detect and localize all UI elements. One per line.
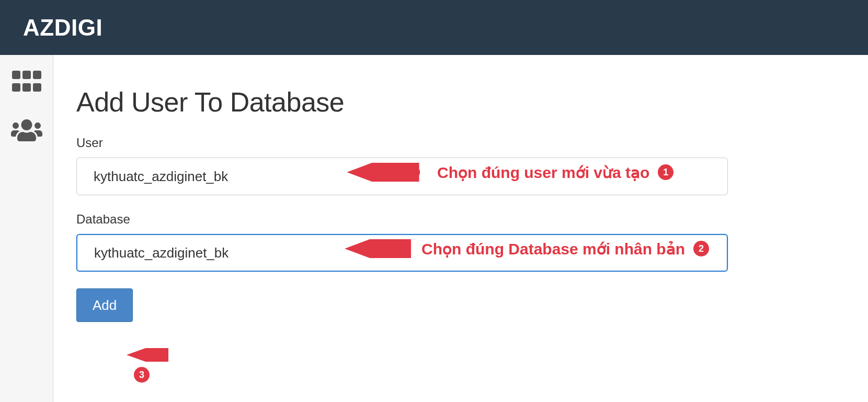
add-button[interactable]: Add bbox=[76, 288, 133, 322]
app-header: AZDIGI bbox=[0, 0, 868, 55]
user-select[interactable]: kythuatc_azdiginet_bk bbox=[76, 158, 728, 195]
user-field-group: User kythuatc_azdiginet_bk Chọn đúng use… bbox=[76, 136, 847, 195]
main-content: Add User To Database User kythuatc_azdig… bbox=[53, 55, 868, 402]
brand-title: AZDIGI bbox=[23, 15, 102, 41]
users-group-icon[interactable] bbox=[10, 118, 43, 145]
annotation-3-badge: 3 bbox=[134, 367, 150, 383]
body-area: Add User To Database User kythuatc_azdig… bbox=[0, 55, 868, 402]
annotation-step-3: 3 bbox=[121, 348, 168, 383]
user-select-value: kythuatc_azdiginet_bk bbox=[94, 169, 228, 185]
database-field-group: Database kythuatc_azdiginet_bk Chọn đúng… bbox=[76, 212, 847, 272]
apps-grid-icon[interactable] bbox=[12, 71, 41, 94]
database-select[interactable]: kythuatc_azdiginet_bk bbox=[76, 234, 728, 272]
database-label: Database bbox=[76, 212, 847, 227]
database-select-value: kythuatc_azdiginet_bk bbox=[94, 245, 229, 261]
page-title: Add User To Database bbox=[76, 86, 847, 118]
user-label: User bbox=[76, 136, 847, 150]
sidebar bbox=[0, 55, 53, 402]
